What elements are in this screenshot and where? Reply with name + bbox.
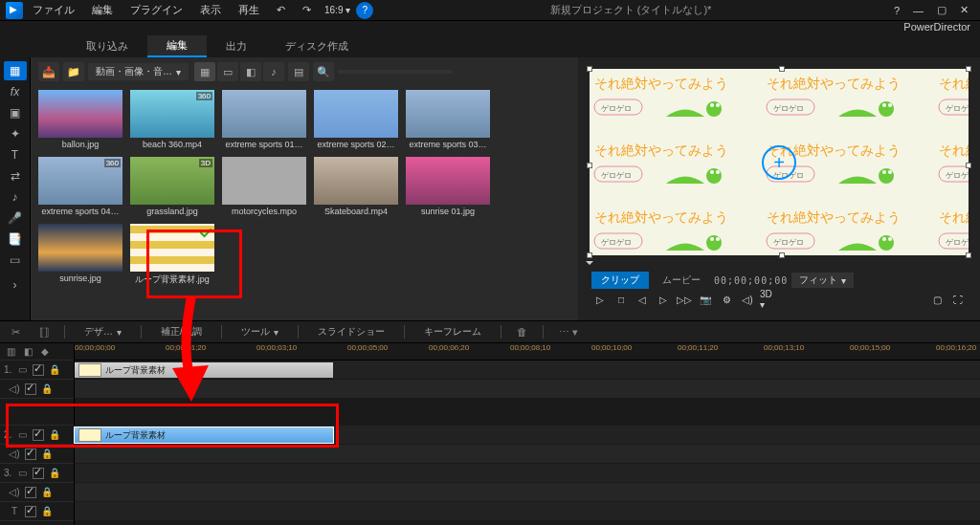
undo-button[interactable]: ↶ xyxy=(269,2,293,18)
track-1-audio[interactable] xyxy=(75,380,980,399)
window-maximize[interactable]: ▢ xyxy=(931,2,952,18)
trim-button[interactable]: ⟦⟧ xyxy=(35,324,53,340)
particle-room-icon[interactable]: ✦ xyxy=(4,124,27,143)
help-button[interactable]: ? xyxy=(356,2,373,19)
menu-play[interactable]: 再生 xyxy=(231,1,267,19)
search-icon[interactable]: 🔍 xyxy=(313,62,334,81)
play-button[interactable]: ▷ xyxy=(591,292,609,307)
track-visible-checkbox[interactable] xyxy=(33,429,44,441)
quality-button[interactable]: ⚙ xyxy=(718,292,735,307)
window-help-icon[interactable]: ? xyxy=(888,3,905,18)
track-header-2-audio[interactable]: ◁)🔒 xyxy=(0,445,74,464)
track-options-icon[interactable]: ▥ xyxy=(4,346,17,357)
tool-dropdown[interactable]: ツール ▾ xyxy=(234,323,286,340)
next-frame-button[interactable]: ▷ xyxy=(655,292,672,307)
track-title[interactable] xyxy=(75,502,980,521)
menu-edit[interactable]: 編集 xyxy=(84,1,121,19)
lock-icon[interactable]: 🔒 xyxy=(40,506,54,516)
media-item[interactable]: 3Dgrassland.jpg xyxy=(130,157,214,216)
aspect-ratio-dropdown[interactable]: 16:9 ▾ xyxy=(324,5,350,15)
track-visible-checkbox[interactable] xyxy=(25,448,36,460)
track-header-1-audio[interactable]: ◁)🔒 xyxy=(0,380,74,399)
menu-file[interactable]: ファイル xyxy=(25,1,82,19)
window-minimize[interactable]: — xyxy=(907,3,929,18)
fast-forward-button[interactable]: ▷▷ xyxy=(676,292,693,307)
volume-button[interactable]: ◁) xyxy=(739,292,756,307)
timeline-clip[interactable]: ループ背景素材 xyxy=(75,362,333,378)
media-filter-dropdown[interactable]: 動画・画像・音…▾ xyxy=(88,63,189,80)
lock-icon[interactable]: 🔒 xyxy=(48,429,61,440)
title-room-icon[interactable]: T xyxy=(4,145,27,164)
filter-image-icon[interactable]: ◧ xyxy=(240,62,261,81)
tab-output[interactable]: 出力 xyxy=(207,36,266,56)
transition-room-icon[interactable]: ⇄ xyxy=(4,166,27,186)
preview-scrubber[interactable] xyxy=(586,261,593,269)
track-header-3-audio[interactable]: ◁)🔒 xyxy=(0,483,74,502)
design-dropdown[interactable]: デザ… ▾ xyxy=(77,323,129,340)
track-view-icon[interactable]: ◧ xyxy=(21,346,34,357)
track-visible-checkbox[interactable] xyxy=(25,383,36,395)
track-header-title[interactable]: T🔒 xyxy=(0,502,74,521)
media-item[interactable]: extreme sports 02… xyxy=(314,90,398,149)
filter-all-icon[interactable]: ▦ xyxy=(194,62,215,81)
track-header-2-video[interactable]: 2.▭🔒 xyxy=(0,426,74,445)
lock-icon[interactable]: 🔒 xyxy=(40,448,54,459)
track-visible-checkbox[interactable] xyxy=(33,468,44,479)
media-item[interactable]: Skateboard.mp4 xyxy=(314,157,398,216)
stop-button[interactable]: □ xyxy=(612,292,630,307)
track-2-video[interactable]: ループ背景素材 xyxy=(75,426,980,445)
delete-button[interactable]: 🗑 xyxy=(513,324,531,339)
split-button[interactable]: ✂ xyxy=(8,324,24,340)
media-item[interactable]: sunrise 01.jpg xyxy=(406,157,490,216)
lock-icon[interactable]: 🔒 xyxy=(40,383,54,394)
audio-room-icon[interactable]: ♪ xyxy=(4,187,27,207)
fx-room-icon[interactable]: fx xyxy=(4,82,27,101)
import-media-button[interactable]: 📥 xyxy=(38,62,59,81)
library-search-input[interactable] xyxy=(338,70,453,74)
media-item[interactable]: extreme sports 01… xyxy=(222,90,306,149)
chapter-room-icon[interactable]: 📑 xyxy=(4,230,27,249)
media-item[interactable]: 360beach 360.mp4 xyxy=(130,90,214,149)
slideshow-button[interactable]: スライドショー xyxy=(310,323,392,340)
subtitle-room-icon[interactable]: ▭ xyxy=(4,251,27,270)
menu-plugin[interactable]: プラグイン xyxy=(122,1,190,19)
window-close[interactable]: ✕ xyxy=(954,2,974,18)
media-room-icon[interactable]: ▦ xyxy=(4,61,27,80)
track-3-audio[interactable] xyxy=(75,483,980,502)
pip-room-icon[interactable]: ▣ xyxy=(4,103,27,122)
track-3-video[interactable] xyxy=(75,464,980,483)
media-item[interactable]: motorcycles.mpo xyxy=(222,157,306,216)
media-item[interactable]: extreme sports 03… xyxy=(406,90,490,149)
preview-canvas[interactable] xyxy=(590,69,969,255)
fit-dropdown[interactable]: フィット▾ xyxy=(791,273,854,288)
media-item[interactable]: ballon.jpg xyxy=(38,90,122,149)
lock-icon[interactable]: 🔒 xyxy=(40,487,54,497)
lock-icon[interactable]: 🔒 xyxy=(48,468,61,478)
track-visible-checkbox[interactable] xyxy=(25,487,36,498)
view-options-button[interactable]: ▤ xyxy=(288,62,309,81)
preview-tab-clip[interactable]: クリップ xyxy=(591,272,649,289)
undock-button[interactable]: ▢ xyxy=(928,292,946,307)
filter-video-icon[interactable]: ▭ xyxy=(217,62,238,81)
lock-icon[interactable]: 🔒 xyxy=(48,364,61,375)
timeline-clip-selected[interactable]: ループ背景素材 xyxy=(75,427,333,443)
3d-dropdown[interactable]: 3D ▾ xyxy=(760,292,777,307)
media-item[interactable]: sunrise.jpg xyxy=(38,224,122,286)
app-logo[interactable] xyxy=(6,2,23,19)
tab-disc[interactable]: ディスク作成 xyxy=(266,36,368,56)
menu-view[interactable]: 表示 xyxy=(192,1,229,19)
fullscreen-button[interactable]: ⛶ xyxy=(949,292,967,307)
prev-frame-button[interactable]: ◁ xyxy=(634,292,651,307)
tab-import[interactable]: 取り込み xyxy=(67,36,147,56)
snapshot-button[interactable]: 📷 xyxy=(697,292,714,307)
track-1-video[interactable]: ループ背景素材 xyxy=(75,361,980,380)
voice-room-icon[interactable]: 🎤 xyxy=(4,208,27,228)
redo-button[interactable]: ↷ xyxy=(295,2,319,18)
filter-audio-icon[interactable]: ♪ xyxy=(263,62,284,81)
track-header-3-video[interactable]: 3.▭🔒 xyxy=(0,464,74,483)
media-item-selected[interactable]: ループ背景素材.jpg xyxy=(130,224,214,286)
marker-icon[interactable]: ◆ xyxy=(38,346,52,357)
preview-tab-movie[interactable]: ムービー xyxy=(653,272,710,289)
timeline-ruler[interactable]: 00;00;00;00 00;00;01;20 00;00;03;10 00;0… xyxy=(75,343,980,361)
folder-button[interactable]: 📁 xyxy=(63,62,84,81)
